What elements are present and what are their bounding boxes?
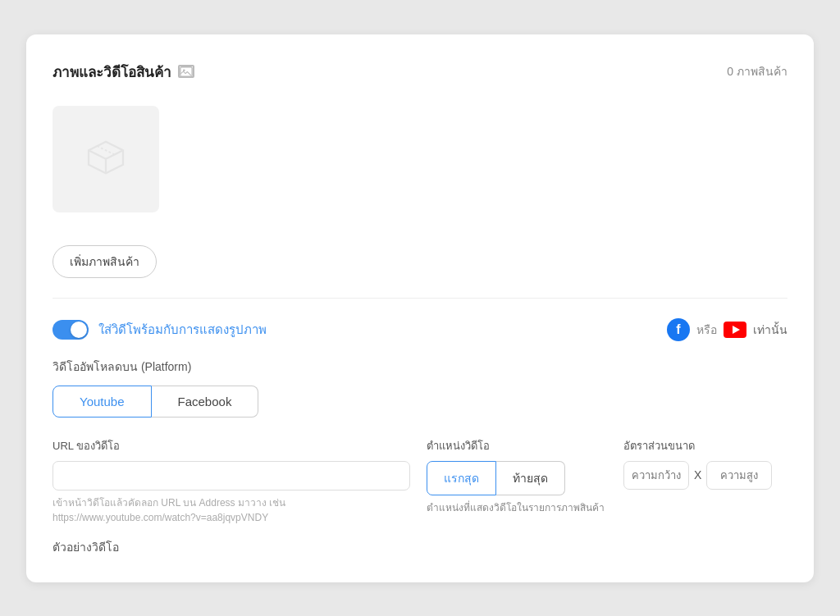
facebook-icon: f [667,318,690,341]
form-row: URL ของวิดีโอ เข้าหน้าวิดีโอแล้วคัดลอก U… [52,437,788,525]
position-last-button[interactable]: ท้ายสุด [496,461,565,495]
position-label: ตำแหน่งวิดีโอ [427,437,607,454]
position-buttons: แรกสุด ท้ายสุด [427,461,607,495]
image-icon [178,65,194,78]
divider [52,298,788,299]
toggle-row: ใส่วิดีโพร้อมกับการแสดงรูปภาพ f หรือ เท่… [52,318,788,341]
or-text: หรือ [696,321,717,339]
toggle-label: ใส่วิดีโพร้อมกับการแสดงรูปภาพ [98,320,267,340]
title-text: ภาพและวิดีโอสินค้า [52,61,171,83]
position-hint: ตำแหน่งที่แสดงวิดีโอในรายการภาพสินค้า [427,500,607,515]
toggle-left: ใส่วิดีโพร้อมกับการแสดงรูปภาพ [52,320,267,340]
toggle-knob [71,322,87,338]
position-first-button[interactable]: แรกสุด [427,461,496,495]
card-title: ภาพและวิดีโอสินค้า [52,61,194,83]
ratio-height-input[interactable] [706,461,772,490]
add-image-button[interactable]: เพิ่มภาพสินค้า [52,245,157,278]
url-field: URL ของวิดีโอ เข้าหน้าวิดีโอแล้วคัดลอก U… [52,437,410,525]
platform-facebook-button[interactable]: Facebook [152,386,259,418]
platform-youtube-button[interactable]: Youtube [52,386,152,418]
ratio-row: X [623,461,788,490]
ratio-field: อัตราส่วนขนาด X [623,437,788,490]
ratio-separator: X [694,468,701,481]
position-field: ตำแหน่งวิดีโอ แรกสุด ท้ายสุด ตำแหน่งที่แ… [427,437,607,515]
social-icons: f หรือ เท่านั้น [667,318,788,341]
video-toggle[interactable] [52,320,89,340]
youtube-icon [724,322,746,338]
url-hint-line1: เข้าหน้าวิดีโอแล้วคัดลอก URL บน Address … [52,497,285,509]
image-placeholder [52,106,159,212]
example-label: ตัวอย่างวิดีโอ [52,538,788,556]
url-hint-line2: https://www.youtube.com/watch?v=aa8jqvpV… [52,512,268,523]
card-header: ภาพและวิดีโอสินค้า 0 ภาพสินค้า [52,61,788,83]
url-label: URL ของวิดีโอ [52,437,410,454]
ratio-label: อัตราส่วนขนาด [623,437,788,454]
box-icon [83,135,129,184]
url-input[interactable] [52,461,410,491]
ratio-width-input[interactable] [623,461,689,490]
youtube-play-icon [733,326,740,334]
image-preview-area [52,106,788,212]
main-card: ภาพและวิดีโอสินค้า 0 ภาพสินค้า [26,34,814,582]
platform-buttons: Youtube Facebook [52,386,788,418]
product-count: 0 ภาพสินค้า [727,62,788,80]
only-text: เท่านั้น [753,321,788,339]
url-hint: เข้าหน้าวิดีโอแล้วคัดลอก URL บน Address … [52,495,410,525]
platform-label: วิดีโออัพโหลดบน (Platform) [52,358,788,376]
